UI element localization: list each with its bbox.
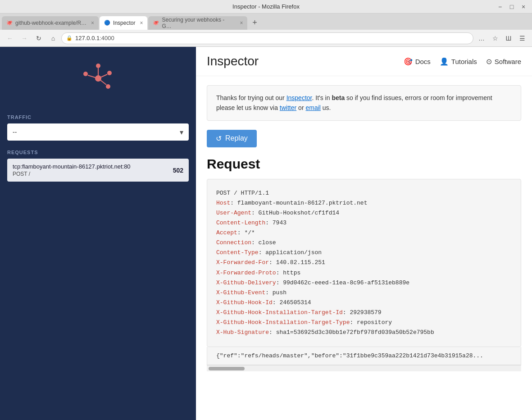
more-button[interactable]: … <box>475 32 488 45</box>
software-label: Software <box>495 58 521 65</box>
requests-label: REQUESTS <box>7 150 189 155</box>
back-button[interactable]: ← <box>4 32 16 45</box>
content-body: Thanks for trying out our Inspector. It'… <box>196 76 532 380</box>
request-code-block: POST / HTTP/1.1Host: flamboyant-mountain… <box>207 179 521 347</box>
lock-icon: 🔒 <box>66 35 73 41</box>
tutorials-link[interactable]: 👤 Tutorials <box>440 57 477 66</box>
code-line: X-Forwarded-For: 140.82.115.251 <box>216 258 512 268</box>
request-status: 502 <box>173 167 183 174</box>
code-line: POST / HTTP/1.1 <box>216 188 512 198</box>
header-nav: 🎯 Docs 👤 Tutorials ⊙ Software <box>404 57 521 66</box>
menu-icon: ☰ <box>519 35 525 42</box>
tab-close-3[interactable]: × <box>240 20 243 26</box>
maximize-button[interactable]: □ <box>508 3 516 11</box>
nav-extras: … ☆ Ш ☰ <box>475 32 528 45</box>
code-line: X-Hub-Signature: sha1=536925d3c30bb1e72f… <box>216 328 512 338</box>
docs-icon: 🎯 <box>404 57 413 66</box>
code-line: X-Github-Hook-Installation-Target-Id: 29… <box>216 308 512 318</box>
beta-notice: Thanks for trying out our Inspector. It'… <box>207 85 521 121</box>
request-info: tcp:flamboyant-mountain-86127.pktriot.ne… <box>13 163 131 177</box>
tab-favicon-3: 🐙 <box>153 20 159 26</box>
browser-navbar: ← → ↻ ⌂ 🔒 127.0.0.1:4000 … ☆ Ш ☰ <box>0 30 532 47</box>
code-line: X-Forwarded-Proto: https <box>216 268 512 278</box>
logo-container <box>7 56 189 101</box>
browser-titlebar: Inspector - Mozilla Firefox − □ × <box>0 0 532 14</box>
browser-title: Inspector - Mozilla Firefox <box>232 3 300 10</box>
code-line: Content-Length: 7943 <box>216 218 512 228</box>
beta-notice-text-middle1: . It's in <box>312 94 332 101</box>
beta-notice-text-before: Thanks for trying out our <box>216 94 286 101</box>
svg-point-1 <box>96 64 100 68</box>
tutorials-icon: 👤 <box>440 57 449 66</box>
inspector-header: Inspector 🎯 Docs 👤 Tutorials ⊙ Software <box>196 47 532 76</box>
tab-close-1[interactable]: × <box>91 20 94 26</box>
code-line: X-Github-Delivery: 99d0462c-eeed-11ea-8c… <box>216 278 512 288</box>
logo-icon <box>76 60 121 96</box>
menu-button[interactable]: ☰ <box>516 32 528 45</box>
tab-label-1: github-webhook-example/R… <box>15 20 86 26</box>
software-icon: ⊙ <box>486 57 492 66</box>
svg-point-4 <box>83 72 88 76</box>
tab-close-2[interactable]: × <box>140 20 143 26</box>
tab-inspector[interactable]: 🔵 Inspector × <box>100 16 147 30</box>
svg-point-2 <box>107 71 112 75</box>
beta-or: or <box>296 104 305 111</box>
scroll-thumb <box>209 367 245 370</box>
close-button[interactable]: × <box>519 3 527 11</box>
twitter-link[interactable]: twitter <box>280 104 296 111</box>
scroll-indicator[interactable] <box>207 365 521 371</box>
main-layout: TRAFFIC -- ▾ REQUESTS tcp:flamboyant-mou… <box>0 47 532 420</box>
refresh-button[interactable]: ↻ <box>32 32 45 45</box>
replay-label: Replay <box>225 134 248 142</box>
software-link[interactable]: ⊙ Software <box>486 57 521 66</box>
bookmark-icon: ☆ <box>492 35 498 42</box>
sidebar: TRAFFIC -- ▾ REQUESTS tcp:flamboyant-mou… <box>0 47 196 420</box>
extensions-button[interactable]: Ш <box>502 32 515 45</box>
request-method: POST / <box>13 171 131 177</box>
traffic-dropdown[interactable]: -- ▾ <box>7 123 189 141</box>
traffic-label: TRAFFIC <box>7 114 189 120</box>
minimize-button[interactable]: − <box>496 3 504 11</box>
tab-securing-webhooks[interactable]: 🐙 Securing your webhooks - G… × <box>148 16 247 30</box>
docs-link[interactable]: 🎯 Docs <box>404 57 431 66</box>
request-list-item[interactable]: tcp:flamboyant-mountain-86127.pktriot.ne… <box>7 159 189 182</box>
forward-button[interactable]: → <box>18 32 31 45</box>
home-icon: ⌂ <box>51 35 55 42</box>
tab-github-webhook[interactable]: 🐙 github-webhook-example/R… × <box>2 16 99 30</box>
code-line: X-Github-Event: push <box>216 288 512 298</box>
page-title: Inspector <box>207 54 259 68</box>
inspector-link[interactable]: Inspector <box>286 94 312 101</box>
code-line: X-Github-Hook-Id: 246505314 <box>216 298 512 308</box>
code-line: Accept: */* <box>216 228 512 238</box>
svg-point-3 <box>106 84 110 89</box>
code-line: Connection: close <box>216 238 512 248</box>
forward-icon: → <box>21 35 27 42</box>
back-icon: ← <box>7 35 13 42</box>
tab-label-2: Inspector <box>113 20 135 26</box>
email-link[interactable]: email <box>305 104 320 111</box>
beta-keyword: beta <box>332 94 345 101</box>
json-line: {"ref":"refs/heads/master","before":"31f… <box>207 347 521 365</box>
extensions-icon: Ш <box>506 35 512 42</box>
tab-label-3: Securing your webhooks - G… <box>162 17 235 29</box>
content-area: Inspector 🎯 Docs 👤 Tutorials ⊙ Software <box>196 47 532 420</box>
refresh-icon: ↻ <box>36 35 41 42</box>
address-text: 127.0.0.1:4000 <box>75 35 114 41</box>
browser-controls: − □ × <box>496 3 527 11</box>
request-section-title: Request <box>207 156 521 172</box>
bookmark-button[interactable]: ☆ <box>489 32 501 45</box>
replay-button[interactable]: ↺ Replay <box>207 130 257 147</box>
browser-tabs-bar: 🐙 github-webhook-example/R… × 🔵 Inspecto… <box>0 14 532 30</box>
more-icon: … <box>478 35 485 42</box>
code-line: X-Github-Hook-Installation-Target-Type: … <box>216 318 512 328</box>
home-button[interactable]: ⌂ <box>47 32 59 45</box>
address-bar[interactable]: 🔒 127.0.0.1:4000 <box>61 32 473 44</box>
code-line: User-Agent: GitHub-Hookshot/cf1fd14 <box>216 208 512 218</box>
new-tab-button[interactable]: + <box>248 16 261 29</box>
tutorials-label: Tutorials <box>451 58 477 65</box>
replay-icon: ↺ <box>216 134 222 143</box>
tab-favicon-1: 🐙 <box>6 20 13 26</box>
dropdown-arrow-icon: ▾ <box>180 128 183 137</box>
tab-favicon-2: 🔵 <box>104 20 110 26</box>
traffic-value: -- <box>13 128 17 136</box>
